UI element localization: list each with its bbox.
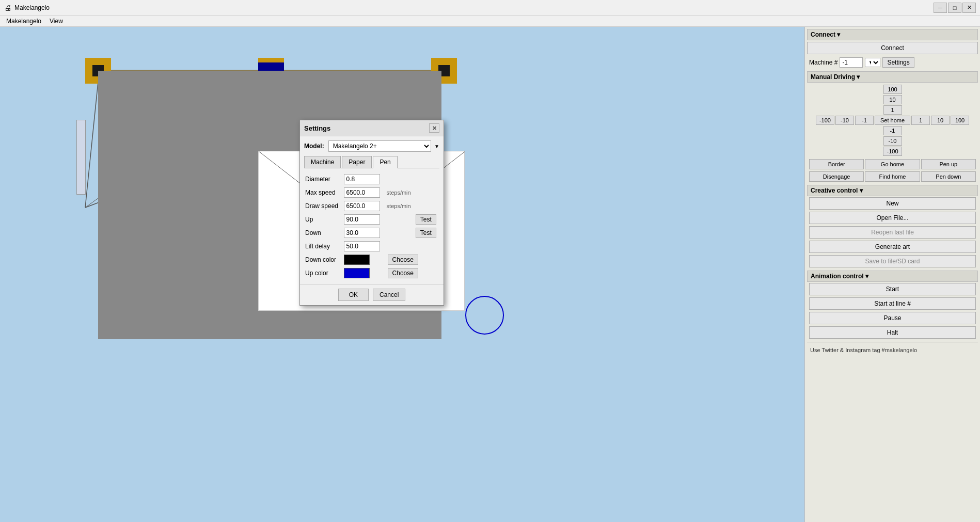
drive-row-neg10-btn[interactable]: -10 [883,136,902,146]
up-test-button[interactable]: Test [416,214,436,225]
drive-10-btn[interactable]: 10 [883,95,902,104]
down-row: Down Test [304,226,439,240]
driving-row-10: 10 [883,95,902,104]
menu-makelangelo[interactable]: Makelangelo [2,17,45,26]
machine-dropdown[interactable]: ▼ [865,58,880,67]
diameter-input[interactable] [344,174,380,184]
generate-art-btn[interactable]: Generate art [809,241,976,253]
draw-speed-input[interactable] [344,201,380,211]
model-row: Model: Makelangelo 2+ ▼ [304,140,439,152]
dialog-close-button[interactable]: ✕ [429,123,439,133]
diameter-label: Diameter [304,172,343,186]
start-at-line-btn[interactable]: Start at line # [809,297,976,310]
social-text: Use Twitter & Instagram tag #makelangelo [807,344,978,356]
dialog-title-bar: Settings ✕ [300,120,444,136]
maximize-button[interactable]: □ [948,3,961,13]
animation-control-header[interactable]: Animation control ▾ [807,271,978,282]
drive-neg100-btn[interactable]: -100 [816,116,834,125]
halt-btn[interactable]: Halt [809,326,976,339]
connect-header[interactable]: Connect ▾ [807,29,978,40]
connect-section: Connect ▾ Connect Machine # ▼ Settings [807,29,978,69]
border-btn[interactable]: Border [809,159,864,169]
drive-row-neg100-btn[interactable]: -100 [883,147,902,156]
open-file-btn[interactable]: Open File... [809,212,976,224]
machine-number-input[interactable] [840,57,863,68]
right-panel: Connect ▾ Connect Machine # ▼ Settings M… [804,27,980,522]
action-row-1: Border Go home Pen up [807,158,978,170]
driving-grid: 100 10 1 -100 -10 -1 Set home 1 10 100 [807,83,978,158]
up-label: Up [304,213,343,226]
go-home-btn[interactable]: Go home [865,159,920,169]
new-btn[interactable]: New [809,197,976,210]
down-test-button[interactable]: Test [416,228,436,238]
model-dropdown-icon: ▼ [434,144,439,149]
creative-control-section: Creative control ▾ New Open File... Reop… [807,185,978,268]
max-speed-label: Max speed [304,186,343,199]
menu-view[interactable]: View [45,17,67,26]
down-color-choose-button[interactable]: Choose [388,255,418,265]
drive-neg10-btn[interactable]: -10 [835,116,854,125]
lift-delay-label: Lift delay [304,240,343,253]
minimize-button[interactable]: ─ [934,3,947,13]
drive-100-btn[interactable]: 100 [883,85,902,94]
max-speed-row: Max speed steps/min [304,186,439,199]
drive-neg1-btn[interactable]: -1 [855,116,874,125]
up-input[interactable] [344,214,380,225]
cancel-button[interactable]: Cancel [373,289,405,301]
draw-speed-unit: steps/min [386,203,411,209]
tab-machine[interactable]: Machine [304,156,341,168]
window-controls: ─ □ ✕ [934,3,976,13]
lift-delay-input[interactable] [344,241,380,251]
lift-delay-row: Lift delay [304,240,439,253]
find-home-btn[interactable]: Find home [865,171,920,182]
pen-up-btn[interactable]: Pen up [921,159,976,169]
animation-control-section: Animation control ▾ Start Start at line … [807,271,978,340]
driving-row-1: 1 [883,105,902,115]
drive-pos1-btn[interactable]: 1 [911,116,930,125]
down-color-swatch [344,255,370,265]
max-speed-unit: steps/min [386,189,411,196]
connect-button[interactable]: Connect [807,42,978,54]
up-color-swatch [344,268,370,278]
dialog-body: Model: Makelangelo 2+ ▼ Machine Paper Pe… [300,136,444,284]
down-color-label: Down color [304,253,343,266]
up-color-choose-button[interactable]: Choose [388,268,418,278]
app-body: Settings ✕ Model: Makelangelo 2+ ▼ Mac [0,27,980,522]
dialog-title: Settings [304,124,330,132]
action-row-2: Disengage Find home Pen down [807,170,978,183]
drive-pos10-btn[interactable]: 10 [931,116,950,125]
tab-pen[interactable]: Pen [373,156,397,168]
manual-driving-header[interactable]: Manual Driving ▾ [807,71,978,83]
start-btn[interactable]: Start [809,283,976,295]
ok-button[interactable]: OK [338,289,369,301]
down-input[interactable] [344,228,380,238]
model-select[interactable]: Makelangelo 2+ [328,140,431,152]
pause-btn[interactable]: Pause [809,312,976,324]
settings-dialog: Settings ✕ Model: Makelangelo 2+ ▼ Mac [299,120,444,306]
drive-row-neg1-btn[interactable]: -1 [883,126,902,135]
app-title: Makelangelo [14,4,934,11]
max-speed-input[interactable] [344,187,380,198]
dialog-footer: OK Cancel [300,284,444,305]
reopen-last-btn[interactable]: Reopen last file [809,226,976,239]
tab-paper[interactable]: Paper [342,156,372,168]
driving-row-top: 100 [883,85,902,94]
up-color-row: Up color Choose [304,266,439,280]
set-home-btn[interactable]: Set home [875,116,910,125]
menu-bar: Makelangelo View [0,15,980,27]
settings-button[interactable]: Settings [882,57,914,68]
down-color-row: Down color Choose [304,253,439,266]
drive-pos100-btn[interactable]: 100 [951,116,969,125]
diameter-row: Diameter [304,172,439,186]
draw-speed-label: Draw speed [304,199,343,213]
manual-driving-section: Manual Driving ▾ 100 10 1 -100 -10 -1 Se… [807,71,978,183]
canvas-area: Settings ✕ Model: Makelangelo 2+ ▼ Mac [0,27,804,522]
up-color-label: Up color [304,266,343,280]
disengage-btn[interactable]: Disengage [809,171,864,182]
close-button[interactable]: ✕ [962,3,976,13]
pen-down-btn[interactable]: Pen down [921,171,976,182]
save-file-btn[interactable]: Save to file/SD card [809,255,976,267]
draw-speed-row: Draw speed steps/min [304,199,439,213]
creative-control-header[interactable]: Creative control ▾ [807,185,978,196]
drive-1-btn[interactable]: 1 [883,105,902,115]
